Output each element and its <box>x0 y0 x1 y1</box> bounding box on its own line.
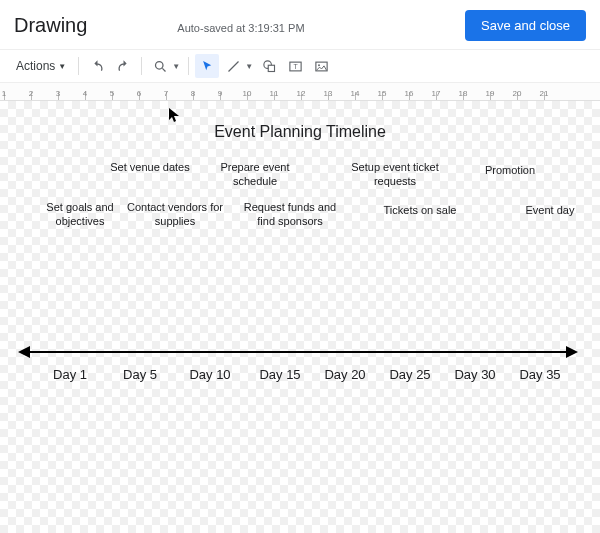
toolbar: Actions ▼ ▼ ▼ T <box>0 49 600 83</box>
day-label[interactable]: Day 25 <box>389 367 430 382</box>
undo-button[interactable] <box>85 54 109 78</box>
ruler-tick: 15 <box>378 89 387 98</box>
day-label[interactable]: Day 1 <box>53 367 87 382</box>
actions-menu[interactable]: Actions ▼ <box>10 55 72 77</box>
select-tool[interactable] <box>195 54 219 78</box>
task-set-venue-dates[interactable]: Set venue dates <box>110 161 190 175</box>
task-prepare-schedule[interactable]: Prepare event schedule <box>210 161 300 189</box>
svg-rect-4 <box>268 65 274 71</box>
caret-down-icon[interactable]: ▼ <box>172 62 180 71</box>
shape-tool[interactable] <box>257 54 281 78</box>
task-setup-ticket-requests[interactable]: Setup event ticket requests <box>350 161 440 189</box>
ruler-tick: 6 <box>137 89 141 98</box>
header-bar: Drawing Auto-saved at 3:19:31 PM Save an… <box>0 0 600 49</box>
drawing-title[interactable]: Event Planning Timeline <box>0 123 600 141</box>
day-label[interactable]: Day 35 <box>519 367 560 382</box>
task-event-day[interactable]: Event day <box>510 204 590 218</box>
ruler-tick: 8 <box>191 89 195 98</box>
ruler-tick: 16 <box>405 89 414 98</box>
image-tool[interactable] <box>309 54 333 78</box>
ruler-tick: 9 <box>218 89 222 98</box>
ruler-tick: 5 <box>110 89 114 98</box>
svg-marker-11 <box>566 346 578 358</box>
task-contact-vendors[interactable]: Contact vendors for supplies <box>125 201 225 229</box>
line-tool[interactable] <box>221 54 245 78</box>
ruler-tick: 12 <box>297 89 306 98</box>
ruler-tick: 17 <box>432 89 441 98</box>
ruler-tick: 7 <box>164 89 168 98</box>
day-label[interactable]: Day 15 <box>259 367 300 382</box>
caret-down-icon: ▼ <box>58 62 66 71</box>
cursor-icon <box>168 107 180 123</box>
separator <box>78 57 79 75</box>
ruler-tick: 13 <box>324 89 333 98</box>
ruler-tick: 20 <box>513 89 522 98</box>
task-tickets-on-sale[interactable]: Tickets on sale <box>375 204 465 218</box>
day-label[interactable]: Day 5 <box>123 367 157 382</box>
save-and-close-button[interactable]: Save and close <box>465 10 586 41</box>
svg-text:T: T <box>293 63 298 70</box>
task-promotion[interactable]: Promotion <box>470 164 550 178</box>
day-label[interactable]: Day 20 <box>324 367 365 382</box>
drawing-canvas[interactable]: Event Planning Timeline Set venue dates … <box>0 101 600 533</box>
svg-point-8 <box>318 64 320 66</box>
day-label[interactable]: Day 30 <box>454 367 495 382</box>
autosave-status: Auto-saved at 3:19:31 PM <box>177 22 304 34</box>
caret-down-icon[interactable]: ▼ <box>245 62 253 71</box>
svg-point-0 <box>155 61 163 69</box>
ruler-tick: 4 <box>83 89 87 98</box>
ruler-tick: 21 <box>540 89 549 98</box>
svg-marker-10 <box>18 346 30 358</box>
task-request-funds[interactable]: Request funds and find sponsors <box>235 201 345 229</box>
redo-button[interactable] <box>111 54 135 78</box>
actions-label: Actions <box>16 59 55 73</box>
timeline-arrow[interactable] <box>18 343 578 361</box>
day-label[interactable]: Day 10 <box>189 367 230 382</box>
ruler-tick: 10 <box>243 89 252 98</box>
separator <box>188 57 189 75</box>
svg-line-1 <box>162 68 165 71</box>
textbox-tool[interactable]: T <box>283 54 307 78</box>
task-set-goals[interactable]: Set goals and objectives <box>35 201 125 229</box>
ruler-tick: 14 <box>351 89 360 98</box>
dialog-title: Drawing <box>14 14 87 37</box>
horizontal-ruler: 123456789101112131415161718192021 <box>0 83 600 101</box>
separator <box>141 57 142 75</box>
ruler-tick: 18 <box>459 89 468 98</box>
zoom-button[interactable] <box>148 54 172 78</box>
ruler-tick: 2 <box>29 89 33 98</box>
ruler-tick: 11 <box>270 89 279 98</box>
ruler-tick: 3 <box>56 89 60 98</box>
ruler-tick: 19 <box>486 89 495 98</box>
svg-line-2 <box>228 61 238 71</box>
ruler-tick: 1 <box>2 89 6 98</box>
